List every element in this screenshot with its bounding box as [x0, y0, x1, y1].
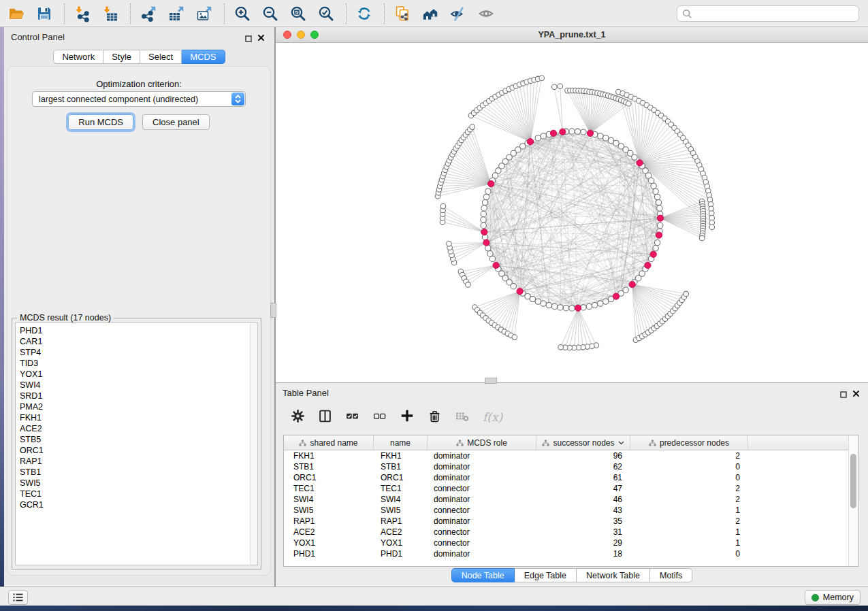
delete-table-button[interactable]: [455, 409, 470, 426]
hide-selected-button[interactable]: [447, 3, 469, 24]
table-row[interactable]: ORC1ORC1dominator610: [284, 472, 858, 483]
mcds-dominator-node[interactable]: [629, 282, 635, 288]
tab-select[interactable]: Select: [140, 50, 182, 64]
mcds-dominator-node[interactable]: [645, 262, 651, 268]
add-column-button[interactable]: [400, 408, 415, 426]
network-node[interactable]: [709, 225, 715, 230]
network-node[interactable]: [535, 135, 541, 141]
network-node[interactable]: [656, 199, 661, 205]
zoom-in-button[interactable]: [231, 3, 253, 24]
network-node[interactable]: [575, 129, 580, 134]
network-node[interactable]: [447, 241, 452, 246]
cell-successor_nodes[interactable]: 29: [536, 538, 630, 548]
network-canvas[interactable]: [276, 43, 868, 382]
cell-shared_name[interactable]: ORC1: [284, 472, 374, 483]
mcds-dominator-node[interactable]: [587, 130, 593, 136]
refresh-view-button[interactable]: [353, 3, 375, 24]
tab-mcds[interactable]: MCDS: [182, 50, 225, 64]
cell-mcds_role[interactable]: dominator: [428, 494, 536, 505]
cell-mcds_role[interactable]: connector: [428, 505, 536, 516]
network-node[interactable]: [592, 302, 597, 308]
table-row[interactable]: PHD1PHD1dominator180: [284, 548, 858, 559]
mcds-dominator-node[interactable]: [493, 262, 499, 268]
network-node[interactable]: [535, 299, 541, 304]
mcds-dominator-node[interactable]: [657, 215, 663, 221]
cell-predecessor_nodes[interactable]: 0: [630, 548, 748, 559]
mcds-dominator-node[interactable]: [656, 232, 662, 238]
table-scrollbar-thumb[interactable]: [850, 454, 856, 508]
cell-mcds_role[interactable]: dominator: [428, 450, 536, 461]
cell-predecessor_nodes[interactable]: 2: [630, 450, 748, 461]
export-image-button[interactable]: [193, 3, 215, 24]
table-tab-motifs[interactable]: Motifs: [650, 568, 692, 582]
cell-name[interactable]: STB1: [374, 461, 428, 472]
cell-name[interactable]: PHD1: [374, 548, 428, 559]
network-node[interactable]: [657, 205, 662, 211]
network-node[interactable]: [654, 194, 660, 199]
table-row[interactable]: FKH1FKH1dominator962: [284, 450, 858, 461]
cell-shared_name[interactable]: STB1: [284, 461, 374, 472]
tab-network[interactable]: Network: [53, 50, 103, 64]
cell-shared_name[interactable]: RAP1: [284, 516, 374, 527]
table-tab-node-table[interactable]: Node Table: [451, 568, 515, 582]
cell-mcds_role[interactable]: dominator: [428, 548, 536, 559]
network-node[interactable]: [558, 345, 564, 350]
mcds-dominator-node[interactable]: [527, 139, 533, 145]
cell-shared_name[interactable]: TEC1: [284, 483, 374, 494]
cell-successor_nodes[interactable]: 46: [536, 494, 630, 505]
cell-shared_name[interactable]: YOX1: [284, 538, 374, 548]
mcds-dominator-node[interactable]: [575, 305, 581, 311]
cell-shared_name[interactable]: PHD1: [284, 548, 374, 559]
network-node[interactable]: [603, 299, 609, 304]
network-node[interactable]: [483, 194, 489, 199]
cell-successor_nodes[interactable]: 62: [536, 461, 630, 472]
export-network-button[interactable]: [138, 3, 159, 24]
column-header-MCDS-role[interactable]: MCDS role: [428, 435, 536, 450]
open-file-button[interactable]: [5, 3, 27, 24]
criterion-select[interactable]: largest connected component (undirected): [32, 91, 246, 107]
network-node[interactable]: [603, 135, 609, 141]
network-node[interactable]: [569, 306, 575, 311]
cell-name[interactable]: SWI4: [374, 494, 428, 505]
import-table-button[interactable]: [99, 3, 121, 24]
cell-shared_name[interactable]: SWI5: [284, 505, 374, 516]
network-node[interactable]: [511, 284, 516, 289]
mcds-dominator-node[interactable]: [481, 229, 487, 235]
table-row[interactable]: SWI5SWI5connector431: [284, 505, 858, 516]
network-node[interactable]: [654, 240, 660, 245]
network-node[interactable]: [651, 183, 656, 188]
mcds-result-item[interactable]: STP4: [20, 347, 250, 358]
network-node[interactable]: [482, 199, 487, 205]
cell-mcds_role[interactable]: dominator: [428, 461, 536, 472]
cell-successor_nodes[interactable]: 18: [536, 548, 630, 559]
mcds-result-item[interactable]: STB5: [20, 434, 250, 445]
mcds-dominator-node[interactable]: [483, 240, 489, 246]
show-all-button[interactable]: [475, 3, 497, 24]
first-neighbors-button[interactable]: [419, 3, 441, 24]
cell-successor_nodes[interactable]: 47: [536, 483, 630, 494]
network-node[interactable]: [608, 137, 613, 143]
network-node[interactable]: [489, 256, 495, 261]
network-node[interactable]: [541, 301, 546, 306]
mcds-result-item[interactable]: STB1: [20, 467, 250, 478]
vertical-splitter-handle[interactable]: [270, 303, 276, 318]
network-node[interactable]: [558, 84, 563, 89]
network-node[interactable]: [546, 302, 551, 308]
mcds-result-item[interactable]: SRD1: [20, 391, 250, 401]
duplicate-network-button[interactable]: [391, 3, 413, 24]
network-node[interactable]: [558, 305, 563, 310]
cell-mcds_role[interactable]: dominator: [428, 472, 536, 483]
tab-style[interactable]: Style: [103, 50, 140, 64]
network-node[interactable]: [658, 222, 663, 228]
mcds-result-item[interactable]: ORC1: [20, 445, 250, 456]
network-node[interactable]: [466, 282, 471, 288]
table-tab-edge-table[interactable]: Edge Table: [515, 568, 577, 582]
cell-shared_name[interactable]: ACE2: [284, 527, 374, 538]
network-node[interactable]: [481, 211, 486, 216]
cell-name[interactable]: FKH1: [374, 450, 428, 461]
mcds-dominator-node[interactable]: [517, 288, 523, 295]
cell-successor_nodes[interactable]: 61: [536, 472, 630, 483]
network-node[interactable]: [539, 76, 545, 81]
mcds-result-item[interactable]: SWI5: [20, 478, 250, 489]
mcds-result-item[interactable]: PMA2: [20, 401, 250, 412]
